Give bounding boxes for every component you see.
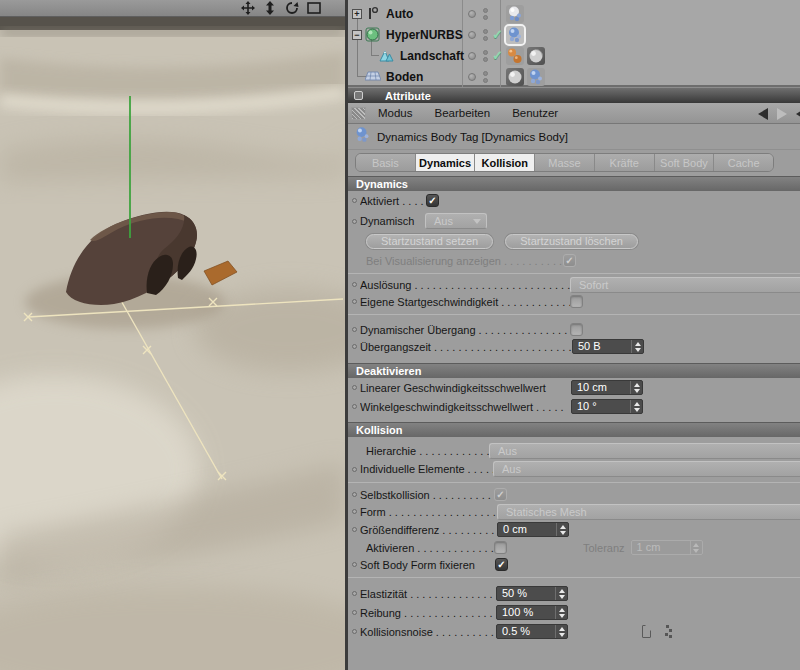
keyframe-circle-icon[interactable] bbox=[352, 527, 357, 532]
dynamics-body-tag-icon-selected[interactable] bbox=[506, 26, 524, 44]
phong-tag-icon[interactable] bbox=[527, 47, 545, 65]
aktivieren-checkbox[interactable] bbox=[494, 541, 507, 554]
object-label[interactable]: Boden bbox=[386, 70, 423, 84]
startzustand-loeschen-button[interactable]: Startzustand löschen bbox=[505, 234, 638, 249]
window-icon[interactable] bbox=[354, 91, 363, 100]
keyframe-circle-icon[interactable] bbox=[352, 467, 357, 472]
tab-cache[interactable]: Cache bbox=[714, 154, 773, 171]
expand-icon[interactable]: + bbox=[352, 9, 362, 19]
attribute-titlebar[interactable]: Attribute bbox=[348, 87, 800, 103]
object-label[interactable]: Auto bbox=[386, 7, 413, 21]
stepper-icon[interactable] bbox=[555, 606, 567, 619]
menu-modus[interactable]: Modus bbox=[378, 107, 413, 119]
floor-object-icon bbox=[365, 69, 380, 84]
keyframe-circle-icon[interactable] bbox=[352, 610, 357, 615]
visibility-dots[interactable] bbox=[483, 8, 488, 20]
dolly-camera-icon[interactable] bbox=[262, 1, 277, 15]
tab-softbody[interactable]: Soft Body bbox=[655, 154, 715, 171]
keyframe-circle-icon[interactable] bbox=[352, 344, 357, 349]
keyframe-circle-icon[interactable] bbox=[352, 562, 357, 567]
stepper-icon[interactable] bbox=[556, 523, 568, 536]
row-aktivieren: Aktivieren . . . . . . . . . . . . . . .… bbox=[348, 539, 800, 556]
keyframe-circle-icon[interactable] bbox=[352, 219, 357, 224]
clipped-arrow-icon[interactable] bbox=[796, 108, 800, 120]
field-label: Dynamischer Übergang . . . . . . . . . .… bbox=[360, 324, 570, 336]
visibility-dots[interactable] bbox=[483, 50, 488, 62]
linearer-schwellwert-field[interactable]: 10 cm bbox=[571, 380, 643, 395]
keyframe-circle-icon[interactable] bbox=[352, 385, 357, 390]
row-aktiviert: Aktiviert . . . . . . . . . ✓ bbox=[348, 191, 800, 210]
stepper-icon[interactable] bbox=[555, 625, 567, 638]
row-groessendifferenz: Größendifferenz . . . . . . . . . . . . … bbox=[348, 520, 800, 539]
tab-bar: Basis Dynamics Kollision Masse Kräfte So… bbox=[355, 153, 774, 172]
object-label[interactable]: HyperNURBS bbox=[386, 28, 463, 42]
dynamics-body-tag-icon[interactable] bbox=[506, 5, 524, 23]
keyframe-circle-icon[interactable] bbox=[352, 591, 357, 596]
drag-grip-icon[interactable] bbox=[351, 107, 366, 120]
reibung-field[interactable]: 100 % bbox=[496, 605, 568, 620]
visibility-dots[interactable] bbox=[483, 29, 488, 41]
menu-bearbeiten[interactable]: Bearbeiten bbox=[435, 107, 491, 119]
winkel-schwellwert-field[interactable]: 10 ° bbox=[571, 399, 643, 414]
dynamics-body-tag-icon[interactable] bbox=[527, 68, 545, 86]
enable-dot[interactable] bbox=[468, 73, 476, 81]
enable-dot[interactable] bbox=[468, 31, 476, 39]
keyframe-circle-icon[interactable] bbox=[352, 299, 357, 304]
page-icon[interactable] bbox=[642, 625, 651, 638]
section-header-dynamics[interactable]: Dynamics bbox=[348, 176, 800, 191]
keyframe-circle-icon[interactable] bbox=[352, 492, 357, 497]
enable-dot[interactable] bbox=[468, 10, 476, 18]
elastizitaet-field[interactable]: 50 % bbox=[496, 586, 568, 601]
row-soft-body-form-fixieren: Soft Body Form fixieren ✓ bbox=[348, 556, 800, 573]
aktiviert-checkbox[interactable]: ✓ bbox=[426, 194, 439, 207]
hypernurbs-object-icon bbox=[365, 27, 380, 42]
keyframe-circle-icon[interactable] bbox=[352, 198, 357, 203]
kollisionsnoise-field[interactable]: 0.5 % bbox=[496, 624, 568, 639]
collapse-icon[interactable]: − bbox=[352, 30, 362, 40]
dynamisch-dropdown[interactable]: Aus bbox=[425, 213, 487, 229]
keyframe-circle-icon[interactable] bbox=[352, 509, 357, 514]
tab-dynamics[interactable]: Dynamics bbox=[416, 154, 476, 171]
toggle-view-icon[interactable] bbox=[306, 1, 321, 15]
noise-pattern-icon[interactable] bbox=[659, 625, 672, 638]
startzustand-setzen-button[interactable]: Startzustand setzen bbox=[366, 234, 493, 249]
object-label[interactable]: Landschaft bbox=[400, 49, 464, 63]
object-row-auto[interactable]: + Auto bbox=[348, 3, 800, 24]
section-header-deaktivieren[interactable]: Deaktivieren bbox=[348, 363, 800, 378]
stepper-icon[interactable] bbox=[555, 587, 567, 600]
stepper-icon[interactable] bbox=[631, 340, 643, 353]
keyframe-circle-icon[interactable] bbox=[352, 282, 357, 287]
stepper-icon[interactable] bbox=[630, 381, 642, 394]
object-row-boden[interactable]: Boden bbox=[348, 66, 800, 87]
tab-masse[interactable]: Masse bbox=[535, 154, 595, 171]
history-back-icon[interactable] bbox=[758, 108, 768, 120]
keyframe-circle-icon[interactable] bbox=[352, 404, 357, 409]
pan-camera-icon[interactable] bbox=[240, 1, 255, 15]
object-row-landschaft[interactable]: Landschaft ✓ bbox=[348, 45, 800, 66]
rotate-camera-icon[interactable] bbox=[284, 1, 299, 15]
tab-basis[interactable]: Basis bbox=[356, 154, 416, 171]
keyframe-circle-icon[interactable] bbox=[352, 629, 357, 634]
eigene-startgeschwindigkeit-checkbox[interactable] bbox=[570, 295, 583, 308]
tab-kraefte[interactable]: Kräfte bbox=[595, 154, 655, 171]
viewport-panel[interactable] bbox=[0, 0, 345, 670]
form-dropdown: Statisches Mesh bbox=[497, 504, 800, 520]
menu-benutzer[interactable]: Benutzer bbox=[512, 107, 558, 119]
section-header-kollision[interactable]: Kollision bbox=[348, 422, 800, 437]
keyframe-circle-icon[interactable] bbox=[352, 327, 357, 332]
application-window: + Auto − HyperNURBS ✓ bbox=[0, 0, 800, 670]
dynamischer-uebergang-checkbox[interactable] bbox=[570, 323, 583, 336]
row-hierarchie: Hierarchie . . . . . . . . . . . . . . .… bbox=[348, 442, 800, 460]
tab-kollision[interactable]: Kollision bbox=[475, 154, 535, 171]
soft-body-form-fixieren-checkbox[interactable]: ✓ bbox=[495, 558, 508, 571]
uebergangszeit-field[interactable]: 50 B bbox=[572, 339, 644, 354]
stepper-icon[interactable] bbox=[630, 400, 642, 413]
groessendifferenz-field[interactable]: 0 cm bbox=[497, 522, 569, 537]
viewport-3d-scene[interactable] bbox=[0, 17, 345, 670]
object-manager: + Auto − HyperNURBS ✓ bbox=[348, 0, 800, 87]
orange-balls-tag-icon[interactable] bbox=[506, 47, 524, 65]
object-row-hypernurbs[interactable]: − HyperNURBS ✓ bbox=[348, 24, 800, 45]
visibility-dots[interactable] bbox=[483, 71, 488, 83]
phong-tag-icon[interactable] bbox=[506, 68, 524, 86]
enable-dot[interactable] bbox=[468, 52, 476, 60]
